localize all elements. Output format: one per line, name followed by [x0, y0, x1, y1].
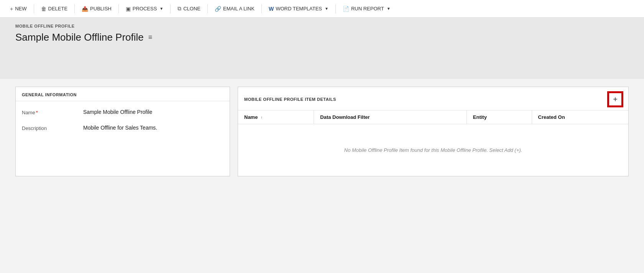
- col-data-download-filter-label: Data Download Filter: [320, 114, 370, 120]
- required-indicator: *: [36, 110, 38, 115]
- word-templates-icon: W: [269, 6, 274, 12]
- delete-button[interactable]: 🗑 DELETE: [37, 3, 72, 14]
- main-content: GENERAL INFORMATION Name* Sample Mobile …: [0, 79, 644, 184]
- separator-5: [207, 4, 208, 13]
- table-header-row: Name ↑ Data Download Filter Entity Creat…: [238, 110, 628, 124]
- new-label: NEW: [15, 6, 26, 12]
- word-templates-label: WORD TEMPLATES: [276, 6, 322, 12]
- separator-2: [74, 4, 75, 13]
- description-field-row: Description Mobile Offline for Sales Tea…: [22, 125, 223, 131]
- toolbar: + NEW 🗑 DELETE 📤 PUBLISH ▣ PROCESS ▼ ⧉ C…: [0, 0, 644, 18]
- word-templates-button[interactable]: W WORD TEMPLATES ▼: [265, 3, 332, 14]
- separator-6: [261, 4, 262, 13]
- run-report-chevron: ▼: [387, 7, 391, 11]
- col-header-created-on: Created On: [532, 110, 628, 124]
- process-button[interactable]: ▣ PROCESS ▼: [122, 3, 167, 14]
- separator-7: [335, 4, 336, 13]
- col-header-data-download-filter: Data Download Filter: [314, 110, 467, 124]
- details-table: Name ↑ Data Download Filter Entity Creat…: [238, 110, 628, 176]
- process-chevron: ▼: [159, 7, 163, 11]
- details-panel-header: MOBILE OFFLINE PROFILE ITEM DETAILS +: [238, 87, 628, 110]
- general-info-title: GENERAL INFORMATION: [16, 87, 230, 101]
- new-button[interactable]: + NEW: [6, 3, 31, 14]
- description-label: Description: [22, 125, 83, 131]
- general-info-body: Name* Sample Mobile Offline Profile Desc…: [16, 101, 230, 148]
- delete-icon: 🗑: [41, 6, 46, 12]
- record-title-text: Sample Mobile Offline Profile: [15, 31, 144, 43]
- process-label: PROCESS: [133, 6, 157, 12]
- clone-icon: ⧉: [177, 5, 181, 12]
- new-icon: +: [10, 6, 13, 12]
- sort-arrow-name: ↑: [261, 115, 263, 120]
- run-report-icon: 📄: [343, 6, 349, 12]
- table-body: No Mobile Offline Profile Item found for…: [238, 124, 628, 176]
- col-entity-label: Entity: [473, 114, 487, 120]
- separator-3: [118, 4, 119, 13]
- email-link-icon: 🔗: [215, 6, 221, 12]
- details-panel: MOBILE OFFLINE PROFILE ITEM DETAILS + Na…: [238, 87, 629, 176]
- email-link-label: EMAIL A LINK: [223, 6, 255, 12]
- clone-label: CLONE: [183, 6, 200, 12]
- name-field-row: Name* Sample Mobile Offline Profile: [22, 109, 223, 115]
- general-info-panel: GENERAL INFORMATION Name* Sample Mobile …: [15, 87, 230, 176]
- col-header-entity: Entity: [467, 110, 532, 124]
- col-created-on-label: Created On: [538, 114, 565, 120]
- clone-button[interactable]: ⧉ CLONE: [174, 3, 204, 14]
- publish-label: PUBLISH: [90, 6, 112, 12]
- delete-label: DELETE: [48, 6, 68, 12]
- name-label: Name*: [22, 109, 83, 115]
- hamburger-icon[interactable]: ≡: [148, 33, 153, 41]
- empty-state-message: No Mobile Offline Profile Item found for…: [238, 124, 628, 176]
- description-value: Mobile Offline for Sales Teams.: [83, 125, 223, 131]
- details-panel-title: MOBILE OFFLINE PROFILE ITEM DETAILS: [244, 97, 336, 102]
- empty-state-row: No Mobile Offline Profile Item found for…: [238, 124, 628, 176]
- separator-4: [170, 4, 171, 13]
- separator-1: [34, 4, 34, 13]
- name-value: Sample Mobile Offline Profile: [83, 109, 223, 115]
- run-report-button[interactable]: 📄 RUN REPORT ▼: [339, 3, 394, 14]
- page-header: MOBILE OFFLINE PROFILE Sample Mobile Off…: [0, 18, 644, 79]
- col-name-label: Name: [244, 114, 258, 120]
- publish-button[interactable]: 📤 PUBLISH: [78, 3, 115, 14]
- process-icon: ▣: [126, 6, 131, 12]
- col-header-name[interactable]: Name ↑: [238, 110, 314, 124]
- email-link-button[interactable]: 🔗 EMAIL A LINK: [211, 3, 258, 14]
- run-report-label: RUN REPORT: [351, 6, 384, 12]
- publish-icon: 📤: [82, 6, 88, 12]
- word-templates-chevron: ▼: [325, 7, 329, 11]
- entity-label: MOBILE OFFLINE PROFILE: [15, 24, 629, 28]
- add-item-button[interactable]: +: [608, 92, 622, 106]
- record-title: Sample Mobile Offline Profile ≡: [15, 31, 629, 43]
